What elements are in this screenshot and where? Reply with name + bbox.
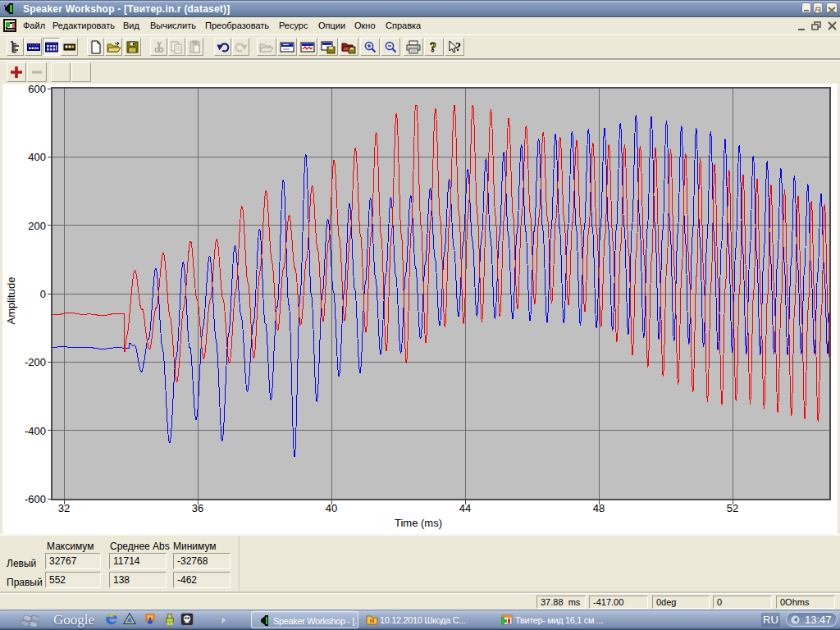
svg-text:?: ? [455,41,461,53]
svg-text:?: ? [430,40,436,54]
